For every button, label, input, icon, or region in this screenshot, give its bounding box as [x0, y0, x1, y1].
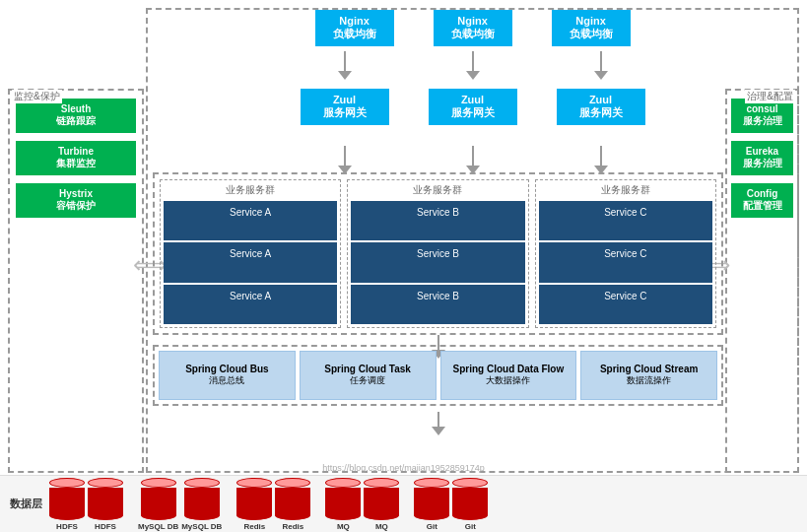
zuul-box-1: Zuul 服务网关	[301, 89, 389, 125]
service-b-3: Service B	[351, 285, 524, 324]
mq-icon-2: MQ	[364, 478, 399, 531]
hdfs-icon-1: HDFS	[49, 478, 85, 531]
service-b-2: Service B	[351, 242, 524, 282]
data-layer-label: 数据层	[10, 497, 49, 511]
bus-area: Spring Cloud Bus 消息总线 Spring Cloud Task …	[153, 345, 723, 406]
mq-icon-1: MQ	[325, 478, 361, 531]
monitor-label: 监控&保护	[12, 90, 62, 103]
zuul-box-2: Zuul 服务网关	[429, 89, 517, 125]
spring-cloud-stream-box: Spring Cloud Stream 数据流操作	[580, 351, 717, 400]
redis-icon-1: Redis	[236, 478, 272, 531]
turbine-box: Turbine 集群监控	[16, 141, 136, 175]
hdfs-group: HDFS HDFS	[49, 478, 123, 531]
service-a-1: Service A	[164, 201, 337, 240]
data-layer: 数据层 HDFS HDFS	[0, 475, 807, 532]
service-a-2: Service A	[164, 242, 337, 282]
mysql-icon-2: MySQL DB	[181, 478, 222, 531]
service-c-3: Service C	[539, 285, 712, 324]
redis-group: Redis Redis	[236, 478, 310, 531]
spring-cloud-bus-box: Spring Cloud Bus 消息总线	[159, 351, 296, 400]
sleuth-box: Sleuth 链路跟踪	[16, 99, 136, 133]
arrow-zuul-1	[301, 146, 389, 174]
service-c-1: Service C	[539, 201, 712, 240]
hdfs-icon-2: HDFS	[88, 478, 123, 531]
watermark: https://blog.csdn.net/majian1952859174p	[322, 463, 485, 473]
service-group-a-label: 业务服务群	[164, 183, 337, 197]
service-group-c-label: 业务服务群	[539, 183, 712, 197]
git-icon-1: Git	[414, 478, 449, 531]
mysql-icon-1: MySQL DB	[138, 478, 178, 531]
zuul-box-3: Zuul 服务网关	[557, 89, 645, 125]
data-arrows	[153, 412, 723, 435]
zuul-row: Zuul 服务网关 Zuul 服务网关 Zuul 服务网关	[153, 89, 792, 125]
monitor-section: 监控&保护 Sleuth 链路跟踪 Turbine 集群监控 Hystrix 容…	[8, 89, 144, 473]
arrow-zuul-3	[557, 146, 645, 174]
service-a-3: Service A	[164, 285, 337, 324]
service-group-c: 业务服务群 Service C Service C Service C	[535, 179, 716, 328]
main-container: Nginx 负载均衡 Nginx 负载均衡 Nginx 负载均衡 监控&保护	[0, 0, 807, 532]
service-c-2: Service C	[539, 242, 712, 282]
arrow-to-data	[394, 412, 483, 435]
spring-cloud-task-box: Spring Cloud Task 任务调度	[300, 351, 437, 400]
mq-group: MQ MQ	[325, 478, 399, 531]
business-area: 业务服务群 Service A Service A Service A 业务服务…	[153, 172, 723, 335]
zuul-arrows	[153, 146, 792, 174]
git-icon-2: Git	[452, 478, 488, 531]
hystrix-box: Hystrix 容错保护	[16, 183, 136, 218]
mysql-group: MySQL DB MySQL DB	[138, 478, 222, 531]
service-group-b: 业务服务群 Service B Service B Service B	[347, 179, 528, 328]
db-items: HDFS HDFS MySQL DB	[49, 478, 797, 531]
spring-cloud-dataflow-box: Spring Cloud Data Flow 大数据操作	[440, 351, 577, 400]
service-group-b-label: 业务服务群	[351, 183, 524, 197]
redis-icon-2: Redis	[275, 478, 310, 531]
git-group: Git Git	[414, 478, 488, 531]
service-group-a: 业务服务群 Service A Service A Service A	[160, 179, 341, 328]
config-box: Config 配置管理	[731, 183, 793, 218]
arrow-zuul-2	[429, 146, 517, 174]
service-b-1: Service B	[351, 201, 524, 240]
